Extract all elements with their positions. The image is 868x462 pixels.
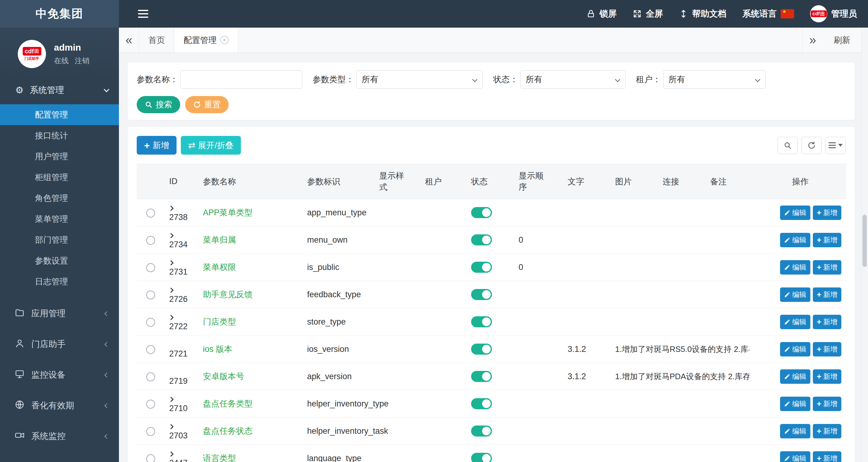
row-radio[interactable] bbox=[146, 345, 155, 354]
sidebar-section-应用管理[interactable]: 应用管理 bbox=[0, 298, 119, 329]
scrollbar-thumb[interactable] bbox=[863, 215, 867, 267]
param-name-link[interactable]: 菜单权限 bbox=[203, 263, 236, 272]
status-toggle[interactable] bbox=[471, 453, 492, 462]
row-radio[interactable] bbox=[146, 372, 155, 381]
row-add-button[interactable]: +新增 bbox=[813, 260, 841, 275]
status-toggle[interactable] bbox=[471, 371, 492, 382]
row-add-button[interactable]: +新增 bbox=[813, 315, 841, 329]
row-add-button[interactable]: +新增 bbox=[813, 424, 841, 438]
user-menu[interactable]: cdf田 管理员 bbox=[810, 5, 857, 22]
sidebar-item-配置管理[interactable]: 配置管理 bbox=[0, 104, 119, 125]
sidebar-section-系统监控[interactable]: 系统监控 bbox=[0, 421, 119, 452]
expand-chevron-icon[interactable] bbox=[168, 287, 174, 293]
param-name-link[interactable]: 安卓版本号 bbox=[203, 372, 244, 381]
sidebar-section-门店助手[interactable]: 门店助手 bbox=[0, 329, 119, 359]
close-tab-icon[interactable]: × bbox=[220, 36, 229, 44]
sidebar-item-日志管理[interactable]: 日志管理 bbox=[0, 271, 119, 292]
sidebar-item-接口统计[interactable]: 接口统计 bbox=[0, 125, 119, 146]
status-toggle[interactable] bbox=[471, 426, 492, 436]
status-toggle[interactable] bbox=[471, 262, 492, 273]
status-toggle[interactable] bbox=[471, 344, 492, 355]
edit-button[interactable]: 编辑 bbox=[780, 260, 810, 275]
sidebar-section-香化有效期[interactable]: 香化有效期 bbox=[0, 390, 119, 421]
expand-collapse-button[interactable]: ⇄ 展开/折叠 bbox=[181, 136, 241, 154]
param-name-link[interactable]: 菜单归属 bbox=[203, 235, 236, 244]
status-toggle[interactable] bbox=[471, 234, 492, 246]
expand-chevron-icon[interactable] bbox=[168, 424, 174, 429]
sidebar-item-角色管理[interactable]: 角色管理 bbox=[0, 188, 119, 209]
param-name-link[interactable]: 盘点任务类型 bbox=[203, 399, 253, 408]
add-button[interactable]: + 新增 bbox=[137, 136, 177, 154]
tenant-select[interactable]: 所有 bbox=[663, 70, 766, 89]
tabs-scroll-left-button[interactable]: « bbox=[119, 28, 139, 53]
sidebar-item-参数设置[interactable]: 参数设置 bbox=[0, 250, 119, 271]
lock-screen-button[interactable]: 锁屏 bbox=[586, 8, 617, 20]
help-docs-button[interactable]: 帮助文档 bbox=[679, 8, 726, 20]
edit-button[interactable]: 编辑 bbox=[780, 451, 810, 462]
sidebar-item-柜组管理[interactable]: 柜组管理 bbox=[0, 167, 119, 188]
param-name-link[interactable]: ios 版本 bbox=[203, 345, 232, 354]
row-radio[interactable] bbox=[146, 400, 155, 409]
tabs-scroll-right-button[interactable]: » bbox=[802, 28, 823, 53]
edit-button[interactable]: 编辑 bbox=[780, 233, 810, 247]
sidebar-section-监控设备[interactable]: 监控设备 bbox=[0, 359, 119, 390]
edit-button[interactable]: 编辑 bbox=[780, 287, 810, 302]
sidebar-section-系统工具[interactable]: 系统工具 bbox=[0, 452, 119, 462]
table-refresh-button[interactable] bbox=[802, 137, 822, 154]
expand-chevron-icon[interactable] bbox=[168, 205, 174, 211]
param-name-link[interactable]: 语言类型 bbox=[203, 454, 236, 462]
row-add-button[interactable]: +新增 bbox=[813, 397, 841, 411]
status-toggle[interactable] bbox=[471, 316, 492, 327]
refresh-tab-button[interactable]: 刷新 bbox=[823, 28, 861, 53]
row-radio[interactable] bbox=[146, 318, 155, 327]
tab-home[interactable]: 首页 bbox=[139, 28, 174, 53]
edit-button[interactable]: 编辑 bbox=[780, 424, 810, 438]
reset-button[interactable]: 重置 bbox=[185, 96, 229, 113]
tab-config[interactable]: 配置管理 × bbox=[174, 28, 238, 53]
param-name-link[interactable]: 门店类型 bbox=[203, 317, 236, 326]
row-add-button[interactable]: +新增 bbox=[813, 205, 841, 220]
edit-button[interactable]: 编辑 bbox=[780, 397, 810, 411]
param-name-link[interactable]: 盘点任务状态 bbox=[203, 426, 253, 436]
sidebar-item-菜单管理[interactable]: 菜单管理 bbox=[0, 209, 119, 229]
table-search-button[interactable] bbox=[778, 137, 798, 154]
expand-chevron-icon[interactable] bbox=[168, 397, 174, 402]
param-name-input[interactable] bbox=[181, 70, 302, 89]
row-radio[interactable] bbox=[146, 427, 155, 436]
expand-chevron-icon[interactable] bbox=[168, 260, 174, 265]
status-toggle[interactable] bbox=[471, 289, 492, 300]
row-add-button[interactable]: +新增 bbox=[813, 233, 841, 247]
edit-button[interactable]: 编辑 bbox=[780, 315, 810, 329]
status-select[interactable]: 所有 bbox=[521, 70, 626, 89]
sidebar-item-部门管理[interactable]: 部门管理 bbox=[0, 229, 119, 250]
sidebar-section-system[interactable]: ⚙ 系统管理 bbox=[0, 80, 119, 100]
row-add-button[interactable]: +新增 bbox=[813, 342, 841, 356]
edit-button[interactable]: 编辑 bbox=[780, 205, 810, 220]
row-radio[interactable] bbox=[146, 263, 155, 272]
edit-button[interactable]: 编辑 bbox=[780, 342, 810, 356]
row-radio[interactable] bbox=[146, 236, 155, 245]
search-button[interactable]: 搜索 bbox=[137, 96, 180, 113]
fullscreen-button[interactable]: 全屏 bbox=[632, 8, 663, 20]
param-name-link[interactable]: 助手意见反馈 bbox=[203, 290, 253, 299]
logout-link[interactable]: 注销 bbox=[75, 56, 90, 66]
param-name-link[interactable]: APP菜单类型 bbox=[203, 208, 253, 217]
row-radio[interactable] bbox=[146, 209, 155, 218]
language-button[interactable]: 系统语言 ★ bbox=[742, 8, 794, 20]
expand-chevron-icon[interactable] bbox=[168, 315, 174, 320]
table-columns-button[interactable] bbox=[826, 137, 846, 154]
status-toggle[interactable] bbox=[471, 207, 492, 218]
expand-chevron-icon[interactable] bbox=[168, 451, 174, 457]
row-add-button[interactable]: +新增 bbox=[813, 369, 841, 384]
row-radio[interactable] bbox=[146, 454, 155, 462]
row-add-button[interactable]: +新增 bbox=[813, 287, 841, 302]
edit-button[interactable]: 编辑 bbox=[780, 369, 810, 384]
expand-chevron-icon[interactable] bbox=[168, 233, 174, 238]
param-type-select[interactable]: 所有 bbox=[356, 70, 483, 89]
sidebar-toggle-button[interactable] bbox=[138, 10, 148, 18]
row-radio[interactable] bbox=[146, 290, 155, 299]
param-key: ios_version bbox=[302, 336, 374, 363]
sidebar-item-用户管理[interactable]: 用户管理 bbox=[0, 146, 119, 167]
status-toggle[interactable] bbox=[471, 398, 492, 409]
row-add-button[interactable]: +新增 bbox=[813, 451, 841, 462]
